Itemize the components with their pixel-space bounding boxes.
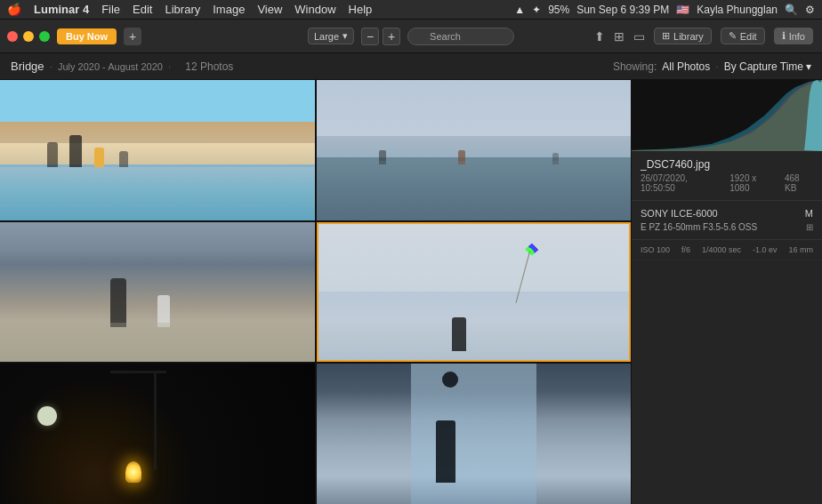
main-layout: _DSC7460.jpg 26/07/2020, 10:50:50 1920 x… (0, 80, 822, 504)
lens-row: E PZ 16-50mm F3.5-5.6 OSS ⊞ (641, 222, 813, 232)
camera-info: SONY ILCE-6000 M E PZ 16-50mm F3.5-5.6 O… (632, 201, 822, 240)
bluetooth-icon[interactable]: ✦ (532, 4, 541, 16)
date-range: July 2020 - August 2020 (58, 61, 163, 72)
kite-diamond (525, 244, 539, 256)
info-label: Info (789, 31, 805, 42)
flag-icon: 🇺🇸 (676, 4, 689, 16)
person-silhouette (436, 420, 455, 483)
lens-icon: ⊞ (806, 222, 813, 232)
figure-1 (47, 142, 58, 167)
content-bar-right: Showing: All Photos · By Capture Time ▾ (613, 60, 811, 73)
add-tab-button[interactable]: + (124, 28, 141, 45)
page-title: Bridge (11, 60, 44, 73)
histogram-svg (632, 80, 822, 151)
by-capture-time[interactable]: By Capture Time ▾ (724, 60, 811, 73)
file-name: _DSC7460.jpg (641, 158, 813, 171)
file-resolution: 1920 x 1080 (729, 173, 778, 193)
menubar-right: ▲ ✦ 95% Sun Sep 6 9:39 PM 🇺🇸 Kayla Phung… (514, 4, 815, 16)
light-bulb (125, 461, 141, 483)
app-menu[interactable]: Luminar 4 (34, 3, 89, 16)
photo-cell-5[interactable] (0, 364, 315, 504)
file-info: _DSC7460.jpg 26/07/2020, 10:50:50 1920 x… (632, 151, 822, 201)
figure-4 (119, 151, 128, 167)
size-decrease-button[interactable]: − (361, 28, 379, 45)
photo-grid (0, 80, 631, 504)
username: Kayla Phungglan (697, 4, 778, 16)
exif-aperture: f/6 (681, 245, 690, 254)
file-size: 468 KB (785, 173, 813, 193)
exif-row: ISO 100 f/6 1/4000 sec -1.0 ev 16 mm (632, 240, 822, 260)
size-selector[interactable]: Large ▾ (308, 28, 354, 44)
library-tab[interactable]: ⊞ Library (654, 28, 712, 44)
photo-cell-3[interactable] (0, 222, 315, 363)
info-icon: ℹ (782, 30, 786, 42)
photo-cell-4[interactable] (317, 222, 632, 363)
close-button[interactable] (7, 31, 18, 42)
size-controls: − + (361, 28, 400, 45)
showing-value[interactable]: All Photos (662, 60, 710, 73)
lens-name: E PZ 16-50mm F3.5-5.6 OSS (641, 222, 757, 232)
shutter-value: 1/4000 sec (702, 245, 741, 254)
buy-now-button[interactable]: Buy Now (57, 28, 117, 44)
control-center-icon[interactable]: ⚙ (805, 4, 815, 16)
help-menu[interactable]: Help (349, 3, 373, 16)
window-menu[interactable]: Window (294, 3, 335, 16)
info-panel: _DSC7460.jpg 26/07/2020, 10:50:50 1920 x… (631, 80, 822, 504)
window-light (411, 364, 536, 504)
library-icon: ⊞ (662, 30, 670, 42)
edit-menu[interactable]: Edit (133, 3, 152, 16)
iso-value: ISO 100 (641, 245, 670, 254)
separator: · (50, 60, 52, 73)
exif-focal-length: 16 mm (788, 245, 813, 254)
exif-ev: -1.0 ev (753, 245, 778, 254)
photo-cell-6[interactable] (317, 364, 632, 504)
by-value-label: By Capture Time (724, 60, 803, 73)
wifi-icon[interactable]: ▲ (514, 4, 525, 16)
share-icon[interactable]: ⬆ (594, 29, 605, 44)
search-menubar-icon[interactable]: 🔍 (785, 4, 798, 16)
content-bar: Bridge · July 2020 - August 2020 · 12 Ph… (0, 53, 822, 80)
lamp-post (154, 371, 157, 468)
toolbar-center: Large ▾ − + 🔍 Search (308, 28, 514, 45)
search-input[interactable]: Search (407, 28, 514, 45)
menu-bar: 🍎 Luminar 4 File Edit Library Image View… (0, 0, 822, 20)
info-tab[interactable]: ℹ Info (774, 28, 813, 44)
fullscreen-button[interactable] (39, 31, 50, 42)
camera-mode: M (805, 208, 813, 219)
child-kite-figure (452, 317, 466, 351)
showing-label: Showing: (613, 60, 657, 73)
window-controls (7, 31, 50, 42)
search-wrapper: 🔍 Search (407, 28, 514, 45)
edit-label: Edit (740, 31, 757, 42)
exif-shutter: 1/4000 sec (702, 245, 741, 254)
exif-iso: ISO 100 (641, 245, 670, 254)
photo-cell-1[interactable] (0, 80, 315, 220)
lamp-arm (110, 371, 167, 373)
camera-row: SONY ILCE-6000 M (641, 208, 813, 219)
file-date: 26/07/2020, 10:50:50 (641, 173, 722, 193)
grid-view-icon[interactable]: ⊞ (614, 29, 625, 44)
ev-value: -1.0 ev (753, 245, 778, 254)
toolbar: Buy Now + Large ▾ − + 🔍 Search ⬆ ⊞ ▭ ⊞ L… (0, 20, 822, 53)
edit-tab[interactable]: ✎ Edit (721, 28, 765, 44)
minimize-button[interactable] (23, 31, 34, 42)
photo-cell-2[interactable] (317, 80, 632, 220)
water-2 (317, 161, 632, 220)
figure-3-yellow (94, 148, 104, 167)
size-increase-button[interactable]: + (383, 28, 400, 45)
image-menu[interactable]: Image (213, 3, 245, 16)
single-view-icon[interactable]: ▭ (633, 29, 645, 44)
file-menu[interactable]: File (101, 3, 120, 16)
separator3: · (715, 60, 718, 73)
library-menu[interactable]: Library (165, 3, 200, 16)
separator2: · (168, 60, 171, 73)
focal-length-value: 16 mm (788, 245, 813, 254)
apple-menu[interactable]: 🍎 (7, 3, 21, 16)
water-3 (0, 323, 315, 362)
view-menu[interactable]: View (257, 3, 282, 16)
size-label: Large (314, 31, 339, 42)
search-placeholder: Search (430, 31, 461, 42)
person-head (442, 372, 458, 388)
library-label: Library (673, 31, 704, 42)
photos-count: 12 Photos (185, 60, 233, 73)
